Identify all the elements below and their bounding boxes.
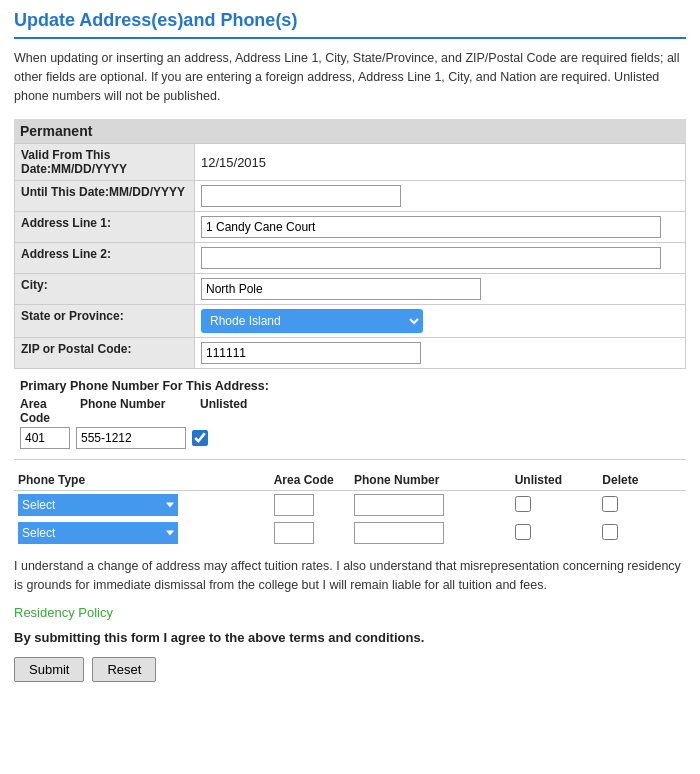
phone-type-unlisted-1[interactable] bbox=[515, 524, 531, 540]
until-value bbox=[195, 181, 686, 212]
state-select-wrapper: AlabamaAlaskaArizonaArkansasCaliforniaCo… bbox=[201, 309, 423, 333]
reset-button[interactable]: Reset bbox=[92, 657, 156, 682]
state-cell: AlabamaAlaskaArizonaArkansasCaliforniaCo… bbox=[195, 305, 686, 338]
delete-th: Delete bbox=[598, 470, 686, 491]
phone-number-header: Phone Number bbox=[80, 397, 200, 425]
primary-phone-section: Primary Phone Number For This Address: A… bbox=[14, 379, 686, 449]
phone-type-select-0[interactable]: SelectCellHomeWorkFax bbox=[18, 494, 178, 516]
addr2-label: Address Line 2: bbox=[15, 243, 195, 274]
section-header-permanent: Permanent bbox=[14, 119, 686, 143]
until-row: Until This Date:MM/DD/YYYY bbox=[15, 181, 686, 212]
button-row: Submit Reset bbox=[14, 657, 686, 682]
phone-type-number-1[interactable] bbox=[354, 522, 444, 544]
phone-type-area-cell bbox=[270, 519, 350, 547]
addr1-label: Address Line 1: bbox=[15, 212, 195, 243]
addr2-row: Address Line 2: bbox=[15, 243, 686, 274]
phone-type-th: Phone Type bbox=[14, 470, 270, 491]
phone-type-number-0[interactable] bbox=[354, 494, 444, 516]
phone-type-select-1[interactable]: SelectCellHomeWorkFax bbox=[18, 522, 178, 544]
primary-area-code-input[interactable] bbox=[20, 427, 70, 449]
area-code-header: Area Code bbox=[20, 397, 80, 425]
unlisted-th: Unlisted bbox=[511, 470, 599, 491]
unlisted-header: Unlisted bbox=[200, 397, 280, 425]
phone-type-cell: SelectCellHomeWorkFax bbox=[14, 519, 270, 547]
addr1-cell bbox=[195, 212, 686, 243]
phone-type-cell: SelectCellHomeWorkFax bbox=[14, 491, 270, 520]
addr2-input[interactable] bbox=[201, 247, 661, 269]
page-title: Update Address(es)and Phone(s) bbox=[14, 10, 686, 39]
until-input[interactable] bbox=[201, 185, 401, 207]
valid-from-label: Valid From This Date:MM/DD/YYYY bbox=[15, 144, 195, 181]
zip-cell bbox=[195, 338, 686, 369]
phone-type-header-row: Phone Type Area Code Phone Number Unlist… bbox=[14, 470, 686, 491]
agreement-text: By submitting this form I agree to the a… bbox=[14, 630, 686, 645]
phone-type-number-cell bbox=[350, 491, 511, 520]
phone-type-body: SelectCellHomeWorkFaxSelectCellHomeWorkF… bbox=[14, 491, 686, 548]
phone-type-row: SelectCellHomeWorkFax bbox=[14, 519, 686, 547]
primary-phone-label: Primary Phone Number For This Address: bbox=[20, 379, 680, 393]
phone-headers: Area Code Phone Number Unlisted bbox=[20, 397, 680, 425]
state-row: State or Province: AlabamaAlaskaArizonaA… bbox=[15, 305, 686, 338]
phone-type-delete-cell bbox=[598, 491, 686, 520]
phone-type-delete-1[interactable] bbox=[602, 524, 618, 540]
state-select[interactable]: AlabamaAlaskaArizonaArkansasCaliforniaCo… bbox=[202, 310, 422, 332]
primary-phone-row bbox=[20, 427, 680, 449]
phone-type-unlisted-cell bbox=[511, 519, 599, 547]
phone-type-delete-0[interactable] bbox=[602, 496, 618, 512]
phone-type-row: SelectCellHomeWorkFax bbox=[14, 491, 686, 520]
phone-type-area-1[interactable] bbox=[274, 522, 314, 544]
addr2-cell bbox=[195, 243, 686, 274]
disclaimer-text: I understand a change of address may aff… bbox=[14, 557, 686, 595]
phone-type-delete-cell bbox=[598, 519, 686, 547]
submit-button[interactable]: Submit bbox=[14, 657, 84, 682]
primary-phone-number-input[interactable] bbox=[76, 427, 186, 449]
intro-text: When updating or inserting an address, A… bbox=[14, 49, 686, 105]
area-code-th: Area Code bbox=[270, 470, 350, 491]
phone-type-unlisted-0[interactable] bbox=[515, 496, 531, 512]
residency-link[interactable]: Residency Policy bbox=[14, 605, 686, 620]
phone-number-th: Phone Number bbox=[350, 470, 511, 491]
city-row: City: bbox=[15, 274, 686, 305]
addr1-row: Address Line 1: bbox=[15, 212, 686, 243]
divider bbox=[14, 459, 686, 460]
valid-from-value: 12/15/2015 bbox=[195, 144, 686, 181]
additional-phones-table: Phone Type Area Code Phone Number Unlist… bbox=[14, 470, 686, 547]
valid-from-row: Valid From This Date:MM/DD/YYYY 12/15/20… bbox=[15, 144, 686, 181]
zip-label: ZIP or Postal Code: bbox=[15, 338, 195, 369]
phone-type-select-wrapper: SelectCellHomeWorkFax bbox=[18, 494, 178, 516]
zip-input[interactable] bbox=[201, 342, 421, 364]
until-label: Until This Date:MM/DD/YYYY bbox=[15, 181, 195, 212]
phone-type-unlisted-cell bbox=[511, 491, 599, 520]
zip-row: ZIP or Postal Code: bbox=[15, 338, 686, 369]
addr1-input[interactable] bbox=[201, 216, 661, 238]
primary-unlisted-checkbox[interactable] bbox=[192, 430, 208, 446]
state-label: State or Province: bbox=[15, 305, 195, 338]
city-input[interactable] bbox=[201, 278, 481, 300]
phone-type-area-cell bbox=[270, 491, 350, 520]
phone-type-number-cell bbox=[350, 519, 511, 547]
phone-type-area-0[interactable] bbox=[274, 494, 314, 516]
phone-type-select-wrapper: SelectCellHomeWorkFax bbox=[18, 522, 178, 544]
city-label: City: bbox=[15, 274, 195, 305]
permanent-form-table: Valid From This Date:MM/DD/YYYY 12/15/20… bbox=[14, 143, 686, 369]
city-cell bbox=[195, 274, 686, 305]
